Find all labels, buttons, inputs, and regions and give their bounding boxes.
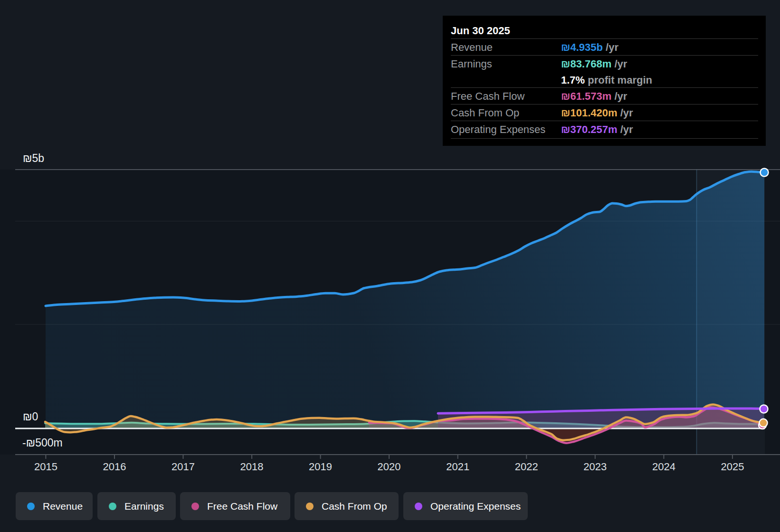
svg-text:2015: 2015: [34, 461, 57, 473]
svg-text:2017: 2017: [171, 461, 195, 473]
svg-text:2020: 2020: [378, 461, 401, 473]
svg-text:2024: 2024: [652, 461, 675, 473]
svg-text:₪0: ₪0: [23, 410, 38, 423]
svg-text:2016: 2016: [103, 461, 126, 473]
svg-text:2025: 2025: [721, 461, 744, 473]
svg-text:2019: 2019: [309, 461, 332, 473]
svg-text:2021: 2021: [446, 461, 469, 473]
svg-text:-₪500m: -₪500m: [22, 437, 63, 449]
svg-text:₪5b: ₪5b: [23, 152, 44, 164]
svg-text:2023: 2023: [583, 461, 607, 473]
svg-text:2022: 2022: [515, 461, 538, 473]
svg-text:2018: 2018: [240, 461, 264, 473]
